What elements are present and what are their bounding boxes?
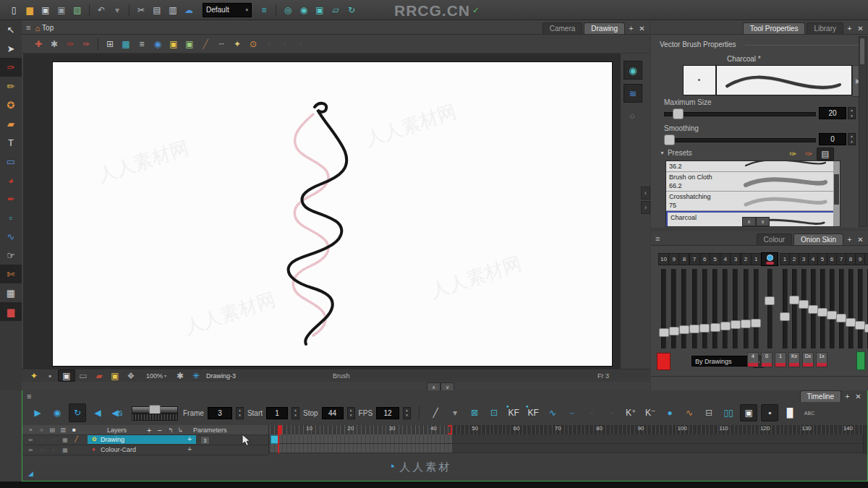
rotate-view-icon[interactable]: ↻ xyxy=(344,3,359,17)
onion-after-3-button[interactable]: 3 xyxy=(799,253,809,265)
light-bulb-icon[interactable]: ✦ xyxy=(26,370,42,381)
thumbnail-checkbox-icon[interactable]: ▦ xyxy=(60,445,70,454)
grid-icon[interactable]: ⊞ xyxy=(102,36,118,52)
onion-before-3-button[interactable]: 3 xyxy=(730,253,741,265)
onion-opacity-slider-track[interactable] xyxy=(692,269,697,348)
start-stepper[interactable]: ▴▾ xyxy=(292,407,299,419)
add-tab-button[interactable]: + xyxy=(626,23,636,33)
exposure-cells[interactable] xyxy=(270,444,452,453)
onion-opacity-slider-track[interactable] xyxy=(830,269,835,348)
new-scene-icon[interactable]: ▯ xyxy=(6,3,22,17)
perspective-tool[interactable]: ☞ xyxy=(0,246,22,265)
preset-scrollbar-handle[interactable] xyxy=(834,174,839,205)
save-icon[interactable]: ▣ xyxy=(38,3,54,17)
onion-skin-toggle-icon[interactable]: ≡ xyxy=(134,36,150,52)
playhead-marker[interactable] xyxy=(278,425,282,435)
onion-before-5-button[interactable]: 5 xyxy=(710,253,720,265)
stepper-down-icon[interactable]: ▾ xyxy=(348,413,354,419)
onion-before-6-button[interactable]: 6 xyxy=(699,253,710,265)
preset-item[interactable]: Crosshatching75 xyxy=(666,192,840,211)
sound-scrub-button[interactable]: ◀s xyxy=(109,404,125,421)
render-play-button[interactable]: ◉ xyxy=(49,404,65,421)
brush-icon[interactable]: ✑ xyxy=(62,36,78,52)
onion-opacity-slider-track[interactable] xyxy=(839,269,844,348)
onion-after-1-button[interactable]: 1 xyxy=(780,253,790,265)
preset-item[interactable]: Brush on Cloth66.2 xyxy=(666,172,840,192)
add-parameter-button[interactable]: + xyxy=(187,445,192,453)
onion-opacity-slider-handle[interactable] xyxy=(846,318,856,327)
stamp-tool[interactable]: ✪ xyxy=(0,95,22,114)
disabled-icon[interactable]: ▫ xyxy=(277,36,293,52)
onion-after-4-button[interactable]: 4 xyxy=(808,253,818,265)
add-tab-button[interactable]: + xyxy=(845,23,854,33)
onion-before-7-button[interactable]: 7 xyxy=(689,253,700,265)
sound-button[interactable]: ◀ xyxy=(90,404,106,421)
unlock-icon[interactable]: ▣ xyxy=(182,36,197,52)
onion-opacity-slider-handle[interactable] xyxy=(689,325,699,333)
oval-icon[interactable]: ○ xyxy=(624,107,641,124)
onion-opacity-slider-handle[interactable] xyxy=(659,328,669,337)
panel-layout-icon[interactable]: ≡ xyxy=(256,3,272,17)
onion-after-1-button[interactable]: 1 xyxy=(864,253,868,265)
paint-tool[interactable]: ◕ xyxy=(0,171,22,189)
onion-opacity-slider-track[interactable] xyxy=(858,269,863,348)
stepper-up-icon[interactable]: ▴ xyxy=(848,134,855,140)
white-square-icon[interactable]: ■ xyxy=(69,426,80,435)
play-button[interactable]: ▶ xyxy=(30,404,46,421)
undo-icon[interactable]: ↶ xyxy=(93,3,109,17)
dim-box-icon[interactable]: ▫ xyxy=(37,435,47,444)
onion-opacity-slider-handle[interactable] xyxy=(864,324,868,333)
add-keyframe-icon[interactable]: KF● xyxy=(506,405,522,421)
onion-opacity-slider-track[interactable] xyxy=(712,269,718,348)
tab-tool-properties[interactable]: Tool Properties xyxy=(743,22,806,34)
previous-colour-swatch[interactable] xyxy=(657,353,671,370)
add-tab-button[interactable]: + xyxy=(845,234,854,244)
onion-opacity-slider-track[interactable] xyxy=(671,269,676,348)
camera-eye-icon[interactable]: ◉ xyxy=(624,61,642,80)
create-empty-drawing-icon[interactable]: ⊡ xyxy=(486,405,502,421)
onion-after-7-button[interactable]: 7 xyxy=(836,253,846,265)
onion-before-1-button[interactable]: 1 xyxy=(751,253,762,265)
max-size-value[interactable]: 20 xyxy=(819,107,846,119)
rectangle-tool[interactable]: ▭ xyxy=(0,152,22,171)
flatten-icon[interactable]: ▰ xyxy=(91,370,107,381)
max-size-slider-handle[interactable] xyxy=(673,108,684,119)
panel-menu-icon[interactable]: ≡ xyxy=(27,392,31,401)
exposure-cells[interactable] xyxy=(270,435,452,443)
parameter-value[interactable]: 3 xyxy=(200,436,210,445)
save-all-icon[interactable]: ▣ xyxy=(54,3,69,17)
onion-opacity-slider-track[interactable] xyxy=(681,269,686,348)
panel-menu-icon[interactable]: ≡ xyxy=(655,234,660,243)
dim-box-icon[interactable]: ▫ xyxy=(48,435,59,444)
abc-icon[interactable]: ABC xyxy=(801,405,817,421)
select-tool[interactable]: ➤ xyxy=(0,39,22,58)
zoom-dropdown-icon[interactable]: ▾ xyxy=(164,373,166,378)
layer-name-cell[interactable]: ●Colour-Card+ xyxy=(88,445,196,454)
workspace-select[interactable]: Default ▾ xyxy=(203,3,252,17)
white-frame-button[interactable]: █ xyxy=(782,405,798,421)
onion-preset-kx-button[interactable]: Kx xyxy=(788,352,800,367)
smoothing-stepper[interactable]: ▴ ▾ xyxy=(848,133,856,145)
data-view-icon[interactable]: ⊟ xyxy=(701,405,717,421)
show-all-icon[interactable]: » xyxy=(25,426,36,435)
thumbnail-checkbox-icon[interactable]: ▦ xyxy=(60,435,70,444)
small-thumbnail-button[interactable]: ▪ xyxy=(761,404,778,421)
timeline-scroll-strip[interactable] xyxy=(863,425,868,454)
brush-stroke-preview[interactable] xyxy=(716,65,852,95)
dot-icon[interactable]: ▪ xyxy=(42,370,58,381)
fps-input[interactable]: 12 xyxy=(376,407,399,419)
remove-key-exposure-icon[interactable]: K⁻ xyxy=(642,405,658,421)
dim-box-icon[interactable]: ▫ xyxy=(37,445,47,454)
onion-opacity-slider-handle[interactable] xyxy=(765,296,775,305)
exposure-track-row[interactable] xyxy=(270,444,863,453)
stepper-up-icon[interactable]: ▴ xyxy=(292,408,299,414)
colour-view-icon[interactable]: ☁ xyxy=(181,3,197,17)
stepper-down-icon[interactable]: ▾ xyxy=(848,140,855,145)
onion-opacity-slider-handle[interactable] xyxy=(817,308,827,317)
show-thumbnails-button[interactable]: ▣ xyxy=(740,404,757,421)
timeline-corner-icon[interactable]: ◢ xyxy=(28,470,33,477)
open-scene-icon[interactable]: ▆ xyxy=(22,3,38,17)
stop-motion-keyframe-icon[interactable]: ∙∙ xyxy=(564,405,580,421)
preset-item[interactable]: 36.2 xyxy=(666,160,840,172)
layer-row[interactable]: ∞▫▫▦╱✿Drawing+3 xyxy=(22,435,268,445)
